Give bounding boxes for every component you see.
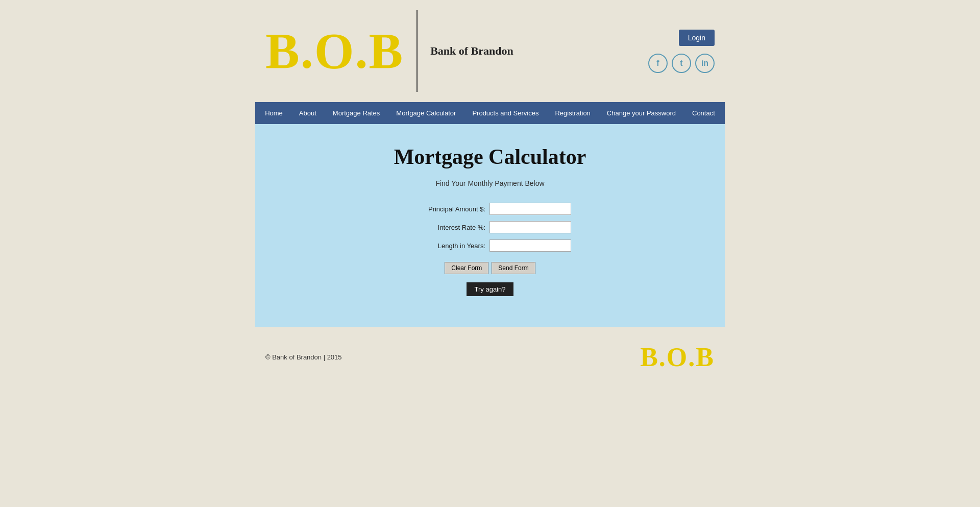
nav-link-about[interactable]: About	[291, 102, 325, 124]
footer-logo: B.O.B	[640, 342, 715, 372]
footer: © Bank of Brandon | 2015 B.O.B	[255, 327, 725, 388]
calculator-form: Principal Amount $: Interest Rate %: Len…	[265, 203, 715, 296]
logo: B.O.B	[265, 26, 404, 77]
length-row: Length in Years:	[409, 239, 571, 252]
nav-item-change-password[interactable]: Change your Password	[599, 102, 684, 124]
bank-name: Bank of Brandon	[430, 44, 513, 58]
nav-item-about[interactable]: About	[291, 102, 325, 124]
main-content: Mortgage Calculator Find Your Monthly Pa…	[255, 124, 725, 327]
header-left: B.O.B Bank of Brandon	[265, 10, 513, 92]
button-row: Clear Form Send Form	[445, 262, 535, 274]
nav-link-change-password[interactable]: Change your Password	[599, 102, 684, 124]
nav-link-mortgage-rates[interactable]: Mortgage Rates	[325, 102, 388, 124]
try-again-row: Try again?	[467, 280, 514, 296]
nav-item-products[interactable]: Products and Services	[464, 102, 547, 124]
send-form-button[interactable]: Send Form	[492, 262, 535, 274]
navbar: Home About Mortgage Rates Mortgage Calcu…	[255, 102, 725, 124]
nav-item-home[interactable]: Home	[257, 102, 291, 124]
twitter-icon[interactable]: t	[672, 54, 691, 73]
subtitle: Find Your Monthly Payment Below	[265, 179, 715, 187]
interest-row: Interest Rate %:	[409, 221, 571, 233]
try-again-button[interactable]: Try again?	[467, 282, 514, 296]
nav-item-registration[interactable]: Registration	[547, 102, 598, 124]
interest-input[interactable]	[489, 221, 571, 233]
nav-link-home[interactable]: Home	[257, 102, 291, 124]
nav-item-contact[interactable]: Contact	[684, 102, 723, 124]
nav-link-products[interactable]: Products and Services	[464, 102, 547, 124]
nav-item-mortgage-calculator[interactable]: Mortgage Calculator	[388, 102, 464, 124]
interest-label: Interest Rate %:	[409, 224, 485, 231]
principal-label: Principal Amount $:	[409, 205, 485, 213]
header-divider	[416, 10, 418, 92]
footer-copyright: © Bank of Brandon | 2015	[265, 353, 342, 361]
principal-row: Principal Amount $:	[409, 203, 571, 215]
principal-input[interactable]	[489, 203, 571, 215]
social-icons: f t in	[648, 54, 715, 73]
header-right: Login f t in	[648, 30, 715, 73]
nav-link-mortgage-calculator[interactable]: Mortgage Calculator	[388, 102, 464, 124]
facebook-icon[interactable]: f	[648, 54, 668, 73]
page-title: Mortgage Calculator	[265, 144, 715, 169]
linkedin-icon[interactable]: in	[695, 54, 715, 73]
header: B.O.B Bank of Brandon Login f t in	[255, 0, 725, 102]
length-label: Length in Years:	[409, 242, 485, 250]
clear-form-button[interactable]: Clear Form	[445, 262, 488, 274]
length-input[interactable]	[489, 239, 571, 252]
login-button[interactable]: Login	[679, 30, 715, 46]
nav-link-registration[interactable]: Registration	[547, 102, 598, 124]
nav-link-contact[interactable]: Contact	[684, 102, 723, 124]
nav-item-mortgage-rates[interactable]: Mortgage Rates	[325, 102, 388, 124]
